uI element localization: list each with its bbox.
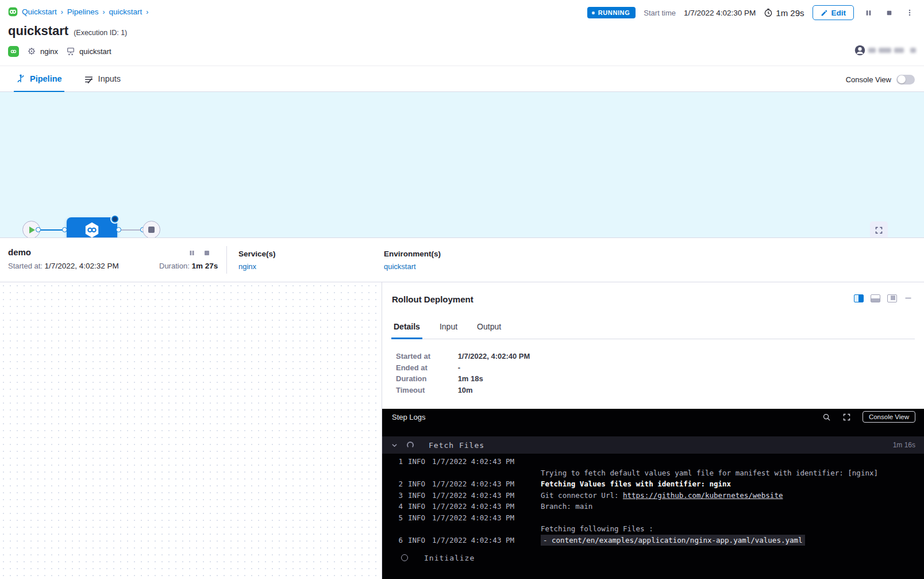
stop-stage-icon[interactable] [203,250,210,256]
detail-label: Timeout [396,386,442,394]
edit-button-label: Edit [831,9,846,17]
log-message: Fetching following Files : [541,523,653,535]
log-line: 3 INFO 1/7/2022 4:02:43 PM Git connector… [382,490,924,501]
log-level [408,523,432,535]
step-logs-actions: Console View [822,409,915,425]
log-line-number: 5 [382,512,403,524]
log-link[interactable]: https://github.com/kubernetes/website [623,491,783,500]
breadcrumb-item-pipelines[interactable]: Pipelines [67,7,99,16]
start-time-label: Start time [644,9,676,17]
detail-row: Started at 1/7/2022, 4:02:40 PM [396,352,530,361]
tab-pipeline[interactable]: Pipeline [16,66,62,91]
duration-label: Duration: [159,262,190,270]
environment-tag[interactable]: quickstart [66,47,111,56]
log-message: Branch: main [541,501,592,512]
log-line-number: 3 [382,490,403,501]
tags-row: nginx quickstart [8,45,111,57]
minimize-panel-icon[interactable] [904,294,913,302]
log-line: Fetching following Files : [382,523,924,535]
tab-inputs-label: Inputs [98,74,121,83]
more-options-icon[interactable] [903,6,916,19]
service-tag[interactable]: nginx [27,47,58,56]
started-at-label: Started at: [8,262,43,270]
breadcrumb-item-quickstart[interactable]: Quickstart [22,7,57,16]
stage-graph-canvas[interactable]: demo [0,92,924,237]
breadcrumb: Quickstart › Pipelines › quickstart › [8,7,148,17]
expand-logs-icon[interactable] [842,413,851,421]
step-detail-panel: Rollout Deployment Details Input Output … [382,282,924,579]
service-tag-label: nginx [40,47,58,56]
stage-started-at: Started at: 1/7/2022, 4:02:32 PM [8,262,119,270]
log-line-number [382,467,403,479]
layout-split-horizontal-icon[interactable] [871,294,880,302]
pending-circle-icon [401,554,408,561]
stop-pipeline-icon[interactable] [883,6,895,19]
console-view-button[interactable]: Console View [863,411,915,423]
elapsed-value: 1m 29s [776,8,804,18]
toggle-knob [898,75,906,83]
stage-name: demo [8,247,31,257]
detail-value: 1/7/2022, 4:02:40 PM [458,352,530,361]
edit-button[interactable]: Edit [813,5,854,20]
fullscreen-button[interactable] [870,221,888,239]
step-graph-canvas[interactable]: Service Infrastructure Resource Constrai… [0,282,382,579]
log-timestamp: 1/7/2022 4:02:43 PM [432,535,539,546]
tab-details[interactable]: Details [391,320,422,339]
detail-label: Started at [396,352,442,361]
log-timestamp: 1/7/2022 4:02:43 PM [432,501,539,512]
console-view-toggle[interactable] [896,75,915,85]
log-line-number: 2 [382,478,403,490]
log-level: INFO [408,456,432,467]
services-label: Service(s) [238,250,276,258]
pencil-icon [821,9,828,17]
redacted-text [879,48,891,53]
log-timestamp [432,523,539,535]
detail-label: Duration [396,374,442,383]
detail-value: 10m [458,386,473,394]
log-section-name: Initialize [424,554,475,562]
tab-input[interactable]: Input [437,320,460,339]
status-dot [592,11,595,14]
pause-stage-icon[interactable] [188,250,195,256]
environment-link[interactable]: quickstart [384,262,416,271]
detail-panel-title: Rollout Deployment [392,294,473,304]
log-line: 1 INFO 1/7/2022 4:02:43 PM [382,456,924,467]
harness-cd-icon [8,46,19,57]
step-logs-console: Step Logs Console View Fetch Files 1m 16… [382,409,924,579]
avatar-icon [854,45,865,56]
log-level: INFO [408,512,432,524]
log-level: INFO [408,478,432,490]
stage-info-bar: demo Started at: 1/7/2022, 4:02:32 PM Du… [0,237,924,282]
tab-inputs[interactable]: Inputs [84,66,121,91]
pause-pipeline-icon[interactable] [862,6,875,19]
breadcrumb-item-pipeline-name[interactable]: quickstart [109,7,143,16]
tab-output[interactable]: Output [475,320,503,339]
user-info [854,45,916,56]
log-section-fetch-files[interactable]: Fetch Files 1m 16s [382,436,924,454]
status-label: RUNNING [598,9,630,16]
gear-icon [27,47,36,56]
pipeline-icon [16,74,25,83]
service-link[interactable]: nginx [238,262,256,271]
console-view-control: Console View [846,66,915,93]
layout-panel-right-icon[interactable] [887,294,897,302]
stage-cd-icon [82,220,102,240]
stop-icon [148,227,155,233]
log-section-initialize[interactable]: Initialize [382,549,924,567]
end-node[interactable] [143,221,160,239]
log-message: Git connector Url: https://github.com/ku… [541,490,783,501]
clock-icon [764,8,773,17]
breadcrumb-separator: › [103,8,105,16]
layout-split-vertical-icon[interactable] [854,294,864,302]
log-level: INFO [408,490,432,501]
search-icon[interactable] [822,413,831,421]
log-line-number: 1 [382,456,403,467]
environments-label: Environment(s) [384,250,441,258]
breadcrumb-separator: › [61,8,63,16]
execution-id: (Execution ID: 1) [74,29,127,37]
log-timestamp [432,467,539,479]
elapsed-timer: 1m 29s [764,8,804,18]
log-line: Trying to fetch default values yaml file… [382,467,924,479]
running-spinner-badge [111,216,118,223]
log-level: INFO [408,501,432,512]
